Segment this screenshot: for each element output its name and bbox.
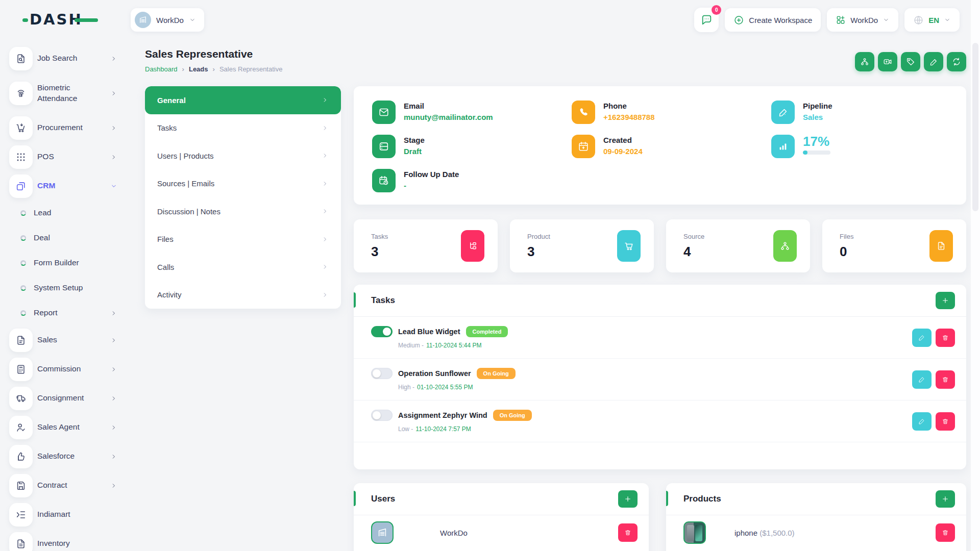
task-complete-toggle[interactable]	[371, 410, 393, 421]
sitemap-icon	[773, 230, 797, 262]
chevron-right-icon	[322, 236, 329, 243]
edit-task-button[interactable]	[912, 412, 932, 431]
grid-plus-icon	[836, 15, 846, 25]
chevron-right-icon	[322, 124, 329, 132]
section-accent	[354, 491, 356, 506]
sidebar-item-indiamart[interactable]: Indiamart	[9, 500, 129, 529]
add-product-button[interactable]	[936, 490, 955, 508]
breadcrumb-leads[interactable]: Leads	[189, 65, 208, 73]
bar-chart-icon	[771, 135, 795, 158]
delete-task-button[interactable]	[936, 329, 955, 347]
chevron-down-icon	[189, 16, 196, 23]
sidebar-item-sales-agent[interactable]: Sales Agent	[9, 413, 129, 442]
create-workspace-button[interactable]: Create Workspace	[725, 8, 821, 32]
sidebar-item-deal[interactable]: Deal	[9, 226, 129, 251]
meeting-button[interactable]	[878, 52, 897, 71]
task-complete-toggle[interactable]	[371, 326, 393, 337]
cart-icon	[617, 230, 641, 262]
bullet-icon	[20, 310, 26, 316]
detail-pipeline: PipelineSales	[771, 101, 948, 124]
chevron-right-icon	[322, 208, 329, 215]
files-count: 0	[840, 244, 853, 260]
tag-icon	[906, 57, 915, 66]
workspace-selector-label: WorkDo	[156, 16, 184, 24]
edit-task-button[interactable]	[912, 329, 932, 347]
tab-sources-emails[interactable]: Sources | Emails	[145, 170, 341, 198]
add-user-button[interactable]	[618, 490, 638, 508]
user-name: WorkDo	[440, 529, 468, 537]
cart-icon	[9, 116, 33, 140]
edit-lead-button[interactable]	[924, 52, 943, 71]
chevron-right-icon	[110, 482, 117, 489]
language-selector[interactable]: EN	[904, 8, 960, 32]
tab-calls[interactable]: Calls	[145, 253, 341, 281]
sidebar-item-form-builder[interactable]: Form Builder	[9, 251, 129, 276]
tasks-count: 3	[371, 244, 388, 260]
source-count: 4	[683, 244, 704, 260]
tab-tasks[interactable]: Tasks	[145, 114, 341, 142]
section-accent	[666, 491, 668, 506]
sidebar-item-biometric-attendance[interactable]: Biometric Attendance	[9, 73, 129, 113]
pencil-icon	[929, 58, 938, 66]
sidebar-item-pos[interactable]: POS	[9, 142, 129, 171]
sidebar-item-salesforce[interactable]: Salesforce	[9, 442, 129, 471]
delete-task-button[interactable]	[936, 412, 955, 431]
delete-user-button[interactable]	[618, 523, 638, 542]
tab-activity[interactable]: Activity	[145, 281, 341, 309]
sidebar-item-contract[interactable]: Contract	[9, 471, 129, 500]
labels-button[interactable]	[901, 52, 920, 71]
sidebar-item-inventory[interactable]: Inventory	[9, 529, 129, 551]
tab-files[interactable]: Files	[145, 226, 341, 254]
edit-task-button[interactable]	[912, 370, 932, 389]
add-task-button[interactable]	[936, 292, 955, 309]
convert-button[interactable]	[947, 52, 966, 71]
sidebar-item-job-search[interactable]: Job Search	[9, 44, 129, 73]
tab-discussion-notes[interactable]: Discussion | Notes	[145, 197, 341, 226]
delete-task-button[interactable]	[936, 370, 955, 389]
chevron-right-icon	[110, 124, 117, 132]
lead-details-card: Emailmunuty@mailinator.com Phone+1623948…	[354, 86, 966, 205]
sidebar-item-consignment[interactable]: Consignment	[9, 384, 129, 413]
list-tree-icon	[461, 230, 484, 262]
workspace-menu-button[interactable]: WorkDo	[827, 8, 898, 32]
convert-to-deal-button[interactable]	[855, 52, 874, 71]
product-name: iphone ($1,500.0)	[734, 529, 795, 537]
stage-icon	[372, 135, 396, 158]
building-icon	[138, 15, 148, 24]
tab-general[interactable]: General	[145, 86, 341, 114]
chevron-right-icon	[322, 152, 329, 159]
scrollbar[interactable]	[971, 0, 980, 551]
logo-accent-dash	[22, 18, 28, 22]
brand-logo[interactable]: DASH	[22, 10, 99, 30]
phone-icon	[572, 101, 595, 124]
page-title: Sales Representative	[145, 48, 282, 60]
task-complete-toggle[interactable]	[371, 368, 393, 379]
messages-button[interactable]: 0	[694, 8, 719, 32]
messages-count-badge: 0	[712, 5, 721, 15]
task-status-badge: On Going	[477, 368, 516, 379]
sidebar-item-report[interactable]: Report	[9, 300, 129, 325]
breadcrumb-dashboard[interactable]: Dashboard	[145, 65, 178, 73]
sidebar-item-commission[interactable]: Commission	[9, 355, 129, 384]
workspace-selector[interactable]: WorkDo	[131, 8, 204, 32]
sidebar-item-crm[interactable]: CRM	[9, 171, 129, 201]
detail-follow-up: Follow Up Date-	[372, 169, 572, 192]
delete-product-button[interactable]	[936, 523, 955, 542]
scrollbar-thumb[interactable]	[972, 43, 978, 211]
sidebar-item-system-setup[interactable]: System Setup	[9, 276, 129, 300]
chevron-right-icon	[110, 90, 117, 97]
sidebar-item-sales[interactable]: Sales	[9, 325, 129, 355]
tab-users-products[interactable]: Users | Products	[145, 142, 341, 170]
pen-icon	[771, 101, 795, 124]
grid-dots-icon	[9, 145, 33, 169]
thumbs-up-icon	[9, 445, 33, 468]
chevron-down-icon	[110, 183, 117, 190]
chevron-right-icon	[110, 395, 117, 402]
topbar-actions: 0 Create Workspace WorkDo EN	[694, 8, 960, 32]
sidebar-item-lead[interactable]: Lead	[9, 201, 129, 226]
lead-action-buttons	[855, 52, 966, 71]
workspace-menu-label: WorkDo	[850, 16, 878, 24]
stat-card-product: Product3	[510, 219, 654, 272]
workspace-avatar	[135, 12, 151, 28]
sidebar-item-procurement[interactable]: Procurement	[9, 113, 129, 142]
